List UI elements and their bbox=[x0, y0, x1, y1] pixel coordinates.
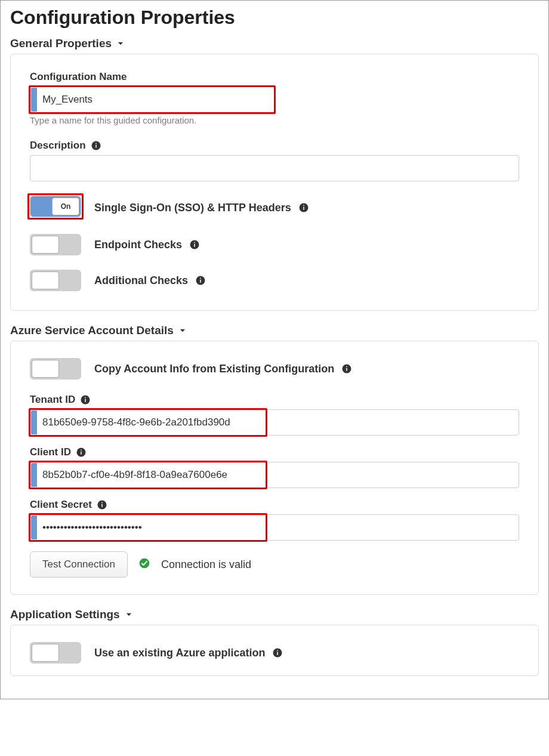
description-label-text: Description bbox=[30, 140, 86, 152]
section-header-app[interactable]: Application Settings bbox=[10, 608, 539, 621]
svg-rect-19 bbox=[81, 452, 82, 455]
chevron-down-icon bbox=[178, 326, 187, 335]
svg-rect-16 bbox=[85, 399, 86, 402]
toggle-knob bbox=[32, 360, 59, 378]
check-circle-icon bbox=[138, 557, 150, 572]
tenant-id-label: Tenant ID bbox=[30, 394, 75, 406]
svg-rect-27 bbox=[277, 650, 279, 652]
client-id-label: Client ID bbox=[30, 446, 71, 458]
info-icon[interactable] bbox=[80, 394, 91, 405]
endpoint-toggle[interactable] bbox=[30, 234, 81, 255]
panel-app: Use an existing Azure application bbox=[10, 625, 539, 676]
copy-account-toggle[interactable] bbox=[30, 358, 81, 379]
connection-status-text: Connection is valid bbox=[161, 558, 251, 571]
svg-rect-22 bbox=[101, 504, 103, 507]
svg-rect-11 bbox=[200, 278, 201, 279]
svg-rect-2 bbox=[95, 143, 97, 144]
info-icon[interactable] bbox=[97, 499, 107, 510]
svg-rect-5 bbox=[303, 205, 304, 206]
config-name-label: Configuration Name bbox=[30, 71, 519, 83]
svg-rect-26 bbox=[277, 652, 279, 655]
toggle-knob: On bbox=[52, 198, 79, 215]
toggle-knob bbox=[32, 271, 59, 289]
client-id-input[interactable] bbox=[30, 462, 519, 488]
panel-azure: Copy Account Info from Existing Configur… bbox=[10, 341, 539, 595]
sso-label: Single Sign-On (SSO) & HTTP Headers bbox=[94, 202, 291, 214]
description-label: Description bbox=[30, 140, 519, 152]
svg-rect-1 bbox=[95, 145, 97, 148]
copy-account-label: Copy Account Info from Existing Configur… bbox=[94, 363, 334, 375]
svg-rect-23 bbox=[101, 502, 103, 504]
svg-rect-8 bbox=[194, 242, 195, 243]
chevron-down-icon bbox=[116, 39, 125, 48]
toggle-knob bbox=[32, 236, 59, 254]
panel-general: Configuration Name Type a name for this … bbox=[10, 54, 539, 311]
section-header-app-label: Application Settings bbox=[10, 608, 120, 621]
chevron-down-icon bbox=[125, 610, 133, 619]
info-icon[interactable] bbox=[341, 363, 352, 374]
description-input[interactable] bbox=[30, 155, 519, 181]
toggle-knob bbox=[32, 644, 59, 662]
svg-rect-4 bbox=[303, 207, 304, 210]
svg-rect-7 bbox=[194, 244, 195, 247]
svg-rect-10 bbox=[200, 280, 201, 283]
additional-toggle[interactable] bbox=[30, 270, 81, 291]
endpoint-label: Endpoint Checks bbox=[94, 239, 182, 251]
page-title: Configuration Properties bbox=[10, 7, 539, 29]
section-header-azure-label: Azure Service Account Details bbox=[10, 324, 174, 337]
use-existing-toggle[interactable] bbox=[30, 642, 81, 664]
tenant-id-input[interactable] bbox=[30, 409, 519, 436]
section-header-general-label: General Properties bbox=[10, 37, 112, 50]
info-icon[interactable] bbox=[298, 202, 309, 213]
info-icon[interactable] bbox=[195, 275, 206, 286]
client-secret-label: Client Secret bbox=[30, 499, 92, 511]
test-connection-button[interactable]: Test Connection bbox=[30, 551, 128, 578]
sso-toggle[interactable]: On bbox=[30, 196, 81, 217]
svg-rect-20 bbox=[81, 450, 82, 451]
additional-label: Additional Checks bbox=[94, 274, 188, 287]
svg-rect-17 bbox=[85, 397, 86, 399]
section-header-azure[interactable]: Azure Service Account Details bbox=[10, 324, 539, 337]
svg-rect-13 bbox=[347, 368, 348, 371]
info-icon[interactable] bbox=[91, 140, 101, 151]
info-icon[interactable] bbox=[189, 239, 200, 250]
config-name-input[interactable] bbox=[30, 87, 274, 113]
config-name-help: Type a name for this guided configuratio… bbox=[30, 115, 519, 125]
client-secret-input[interactable] bbox=[30, 514, 519, 541]
info-icon[interactable] bbox=[76, 447, 87, 458]
use-existing-label: Use an existing Azure application bbox=[94, 647, 265, 659]
section-header-general[interactable]: General Properties bbox=[10, 37, 539, 50]
info-icon[interactable] bbox=[272, 647, 283, 658]
svg-rect-14 bbox=[347, 366, 348, 368]
